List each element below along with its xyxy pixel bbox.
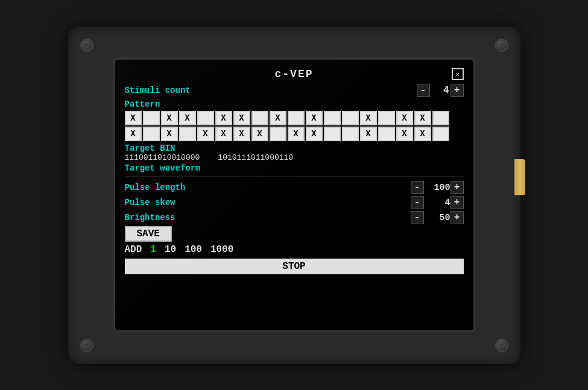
pattern-cell-r1c13[interactable] <box>342 111 359 125</box>
pattern-cell-r1c5[interactable] <box>197 111 214 125</box>
pulse-length-minus[interactable]: - <box>411 181 424 194</box>
pulse-length-row: Pulse length - 100 + <box>125 181 464 194</box>
brightness-row: Brightness - 50 + <box>125 211 464 224</box>
pattern-cell-r1c17[interactable]: X <box>414 111 431 125</box>
pattern-cell-r2c13[interactable] <box>342 127 359 141</box>
pulse-length-plus[interactable]: + <box>450 181 464 194</box>
screen: c-VEP ✕ Stimuli count - 4 + Pattern X X … <box>113 58 475 332</box>
pattern-cell-r2c16[interactable]: X <box>396 127 413 141</box>
pattern-cell-r1c16[interactable]: X <box>396 111 413 125</box>
pulse-skew-row: Pulse skew - 4 + <box>125 196 464 209</box>
divider <box>125 177 464 177</box>
pattern-cell-r1c10[interactable] <box>288 111 305 125</box>
pattern-cell-r2c2[interactable] <box>143 127 160 141</box>
pattern-grid: X X X X X X X X X X X <box>125 111 464 141</box>
pattern-cell-r2c4[interactable] <box>179 127 196 141</box>
close-button[interactable]: ✕ <box>452 68 464 80</box>
stop-label: STOP <box>282 261 305 272</box>
screw-tl <box>80 39 93 52</box>
title-row: c-VEP ✕ <box>125 68 464 80</box>
pattern-cell-r2c15[interactable] <box>378 127 395 141</box>
add-label: ADD <box>125 244 142 255</box>
stimuli-minus-button[interactable]: - <box>417 84 430 97</box>
screw-tr <box>495 39 508 52</box>
pulse-skew-value: 4 <box>426 198 450 208</box>
pattern-cell-r2c18[interactable] <box>432 127 449 141</box>
pulse-skew-plus[interactable]: + <box>450 196 464 209</box>
pattern-cell-r1c9[interactable]: X <box>270 111 286 125</box>
brightness-value: 50 <box>426 213 450 223</box>
pulse-skew-minus[interactable]: - <box>411 196 424 209</box>
pattern-label: Pattern <box>125 99 464 109</box>
app-title: c-VEP <box>274 68 313 80</box>
bin-value-2: 1010111011000110 <box>218 153 293 162</box>
stimuli-count-row: Stimuli count - 4 + <box>125 84 464 97</box>
pattern-cell-r1c7[interactable]: X <box>233 111 250 125</box>
pattern-cell-r1c6[interactable]: X <box>215 111 232 125</box>
brightness-minus[interactable]: - <box>411 211 424 224</box>
pattern-cell-r1c4[interactable]: X <box>179 111 196 125</box>
pulse-length-value: 100 <box>426 183 450 193</box>
target-bin-label: Target BIN <box>125 143 464 153</box>
pattern-cell-r2c14[interactable]: X <box>360 127 377 141</box>
pattern-cell-r1c15[interactable] <box>378 111 395 125</box>
screw-bl <box>80 339 93 352</box>
brightness-label: Brightness <box>125 213 411 222</box>
pattern-cell-r1c1[interactable]: X <box>125 111 142 125</box>
bin-values-row: 1110011010010000 1010111011000110 <box>125 153 464 162</box>
pattern-cell-r2c12[interactable] <box>324 127 341 141</box>
screw-br <box>495 339 508 352</box>
pattern-cell-r1c11[interactable]: X <box>306 111 323 125</box>
stimuli-plus-button[interactable]: + <box>450 84 464 97</box>
pattern-cell-r1c8[interactable] <box>251 111 268 125</box>
add-value-10[interactable]: 10 <box>165 244 176 255</box>
pattern-cell-r2c11[interactable]: X <box>306 127 323 141</box>
pattern-cell-r2c6[interactable]: X <box>215 127 232 141</box>
pattern-row-1: X X X X X X X X X X <box>125 111 464 125</box>
pattern-cell-r2c1[interactable]: X <box>125 127 142 141</box>
stop-row[interactable]: STOP <box>125 259 464 274</box>
connector <box>514 159 525 195</box>
pattern-cell-r2c17[interactable]: X <box>414 127 431 141</box>
save-button[interactable]: SAVE <box>125 226 172 242</box>
stimuli-value: 4 <box>431 85 449 96</box>
target-bin-section: Target BIN 1110011010010000 101011101100… <box>125 143 464 162</box>
pattern-cell-r2c7[interactable]: X <box>233 127 250 141</box>
pattern-cell-r1c3[interactable]: X <box>161 111 178 125</box>
pattern-cell-r1c2[interactable] <box>143 111 160 125</box>
save-row: SAVE <box>125 226 464 242</box>
pattern-cell-r2c8[interactable]: X <box>251 127 268 141</box>
bin-value-1: 1110011010010000 <box>125 153 200 162</box>
pattern-cell-r1c18[interactable] <box>432 111 449 125</box>
pattern-cell-r2c10[interactable]: X <box>288 127 305 141</box>
pulse-skew-label: Pulse skew <box>125 198 411 207</box>
pattern-cell-r1c14[interactable]: X <box>360 111 377 125</box>
pattern-cell-r2c9[interactable] <box>270 127 286 141</box>
pattern-row-2: X X X X X X X X X X X <box>125 127 464 141</box>
add-value-100[interactable]: 100 <box>185 244 202 255</box>
brightness-plus[interactable]: + <box>450 211 464 224</box>
pattern-cell-r2c3[interactable]: X <box>161 127 178 141</box>
add-value-1000[interactable]: 1000 <box>210 244 233 255</box>
pattern-cell-r1c12[interactable] <box>324 111 341 125</box>
pulse-length-label: Pulse length <box>125 183 411 192</box>
device-frame: c-VEP ✕ Stimuli count - 4 + Pattern X X … <box>68 27 520 364</box>
add-row: ADD 1 10 100 1000 <box>125 244 464 255</box>
target-waveform-label: Target waveform <box>125 163 464 173</box>
add-value-1[interactable]: 1 <box>150 244 156 255</box>
pattern-cell-r2c5[interactable]: X <box>197 127 214 141</box>
stimuli-count-label: Stimuli count <box>125 86 191 95</box>
